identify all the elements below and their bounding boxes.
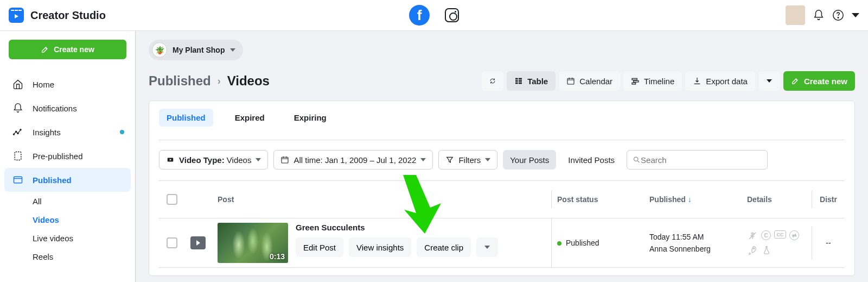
row-checkbox[interactable] <box>167 237 177 248</box>
sidebar-item-prepublished[interactable]: Pre-published <box>4 144 131 168</box>
refresh-icon <box>489 76 496 86</box>
create-clip-button[interactable]: Create clip <box>417 237 471 257</box>
status-dot-icon <box>557 241 561 246</box>
select-all-checkbox[interactable] <box>167 194 177 205</box>
your-posts-chip[interactable]: Your Posts <box>503 150 556 170</box>
search-box[interactable] <box>627 150 768 170</box>
view-insights-button[interactable]: View insights <box>349 237 411 257</box>
published-cell: Today 11:55 AM Anna Sonnenberg <box>644 228 742 258</box>
sidebar: Create new Home Notifications Insights <box>0 31 136 282</box>
svg-rect-10 <box>515 80 518 82</box>
video-duration: 0:13 <box>270 252 285 261</box>
avatar[interactable] <box>786 5 805 25</box>
funnel-icon <box>445 155 454 164</box>
col-details[interactable]: Details <box>742 191 812 208</box>
col-post[interactable]: Post <box>212 191 552 208</box>
breadcrumb-current: Videos <box>227 73 270 89</box>
invited-posts-chip[interactable]: Invited Posts <box>561 150 621 170</box>
chevron-down-icon <box>420 158 426 161</box>
svg-rect-13 <box>519 83 522 84</box>
more-actions-button[interactable] <box>476 237 498 257</box>
view-table-button[interactable]: Table <box>507 71 556 91</box>
subnav-videos[interactable]: Videos <box>33 210 131 229</box>
page-name: My Plant Shop <box>173 46 225 54</box>
view-toolbar: Table Calendar Timeline Export data <box>482 71 855 91</box>
post-status-cell: Published <box>552 234 644 252</box>
video-type-filter[interactable]: Video Type: Videos <box>159 150 268 170</box>
new-indicator-dot <box>120 130 124 134</box>
published-subnav: All Videos Live videos Reels <box>4 192 131 266</box>
sidebar-item-notifications[interactable]: Notifications <box>4 96 131 120</box>
svg-rect-16 <box>634 80 639 82</box>
sidebar-item-label: Insights <box>33 128 61 137</box>
bell-icon <box>12 103 24 114</box>
tab-expiring[interactable]: Expiring <box>286 109 334 127</box>
page-avatar-icon: 🪴 <box>152 42 167 58</box>
table-row: 0:13 Green Succulents Edit Post View ins… <box>159 218 845 268</box>
table-icon <box>514 77 523 85</box>
col-published[interactable]: Published ↓ <box>644 191 742 208</box>
money-off-icon <box>747 230 758 241</box>
svg-rect-12 <box>515 83 518 84</box>
subnav-live-videos[interactable]: Live videos <box>33 229 131 247</box>
play-thumbnail-icon[interactable] <box>190 236 206 249</box>
sidebar-item-label: Notifications <box>33 104 77 113</box>
table-header: Post Post status Published ↓ Details Dis… <box>159 180 845 218</box>
filters-button[interactable]: Filters <box>438 150 497 170</box>
date-range-filter[interactable]: All time: Jan 1, 2009 – Jul 1, 2022 <box>273 150 433 170</box>
tab-expired[interactable]: Expired <box>227 109 272 127</box>
create-new-button[interactable]: Create new <box>9 40 126 59</box>
svg-rect-7 <box>14 177 22 183</box>
subnav-reels[interactable]: Reels <box>33 247 131 266</box>
breadcrumb: Published › Videos <box>149 73 270 89</box>
filters-row: Video Type: Videos All time: Jan 1, 2009… <box>159 140 845 170</box>
svg-point-21 <box>634 157 638 161</box>
sidebar-item-insights[interactable]: Insights <box>4 120 131 144</box>
tab-published[interactable]: Published <box>159 109 213 127</box>
bell-icon[interactable] <box>813 9 825 21</box>
create-new-label: Create new <box>54 45 94 54</box>
platform-switcher: f <box>409 5 459 26</box>
breadcrumb-parent[interactable]: Published <box>149 73 211 89</box>
col-distr[interactable]: Distr <box>812 191 845 208</box>
post-actions: Edit Post View insights Create clip <box>296 237 498 257</box>
video-icon <box>166 156 175 164</box>
app-title: Creator Studio <box>30 9 106 22</box>
chevron-down-icon <box>256 158 261 161</box>
instagram-icon[interactable] <box>445 8 459 22</box>
subnav-all[interactable]: All <box>33 192 131 210</box>
video-thumbnail[interactable]: 0:13 <box>218 223 288 263</box>
page-selector[interactable]: 🪴 My Plant Shop <box>149 40 243 60</box>
content-card: Published Expired Expiring Video Type: V… <box>149 101 855 276</box>
edit-post-button[interactable]: Edit Post <box>296 237 343 257</box>
view-calendar-button[interactable]: Calendar <box>559 71 620 91</box>
svg-rect-8 <box>515 78 518 80</box>
post-cell: 0:13 Green Succulents Edit Post View ins… <box>218 223 546 263</box>
details-cell: C CC ⇄ <box>742 226 812 260</box>
distribution-cell: -- <box>812 234 845 252</box>
view-timeline-button[interactable]: Timeline <box>623 71 682 91</box>
sort-arrow-icon: ↓ <box>688 195 692 204</box>
create-new-toolbar-button[interactable]: Create new <box>783 71 855 91</box>
creator-studio-logo-icon <box>9 8 24 23</box>
refresh-button[interactable] <box>482 71 503 91</box>
post-title[interactable]: Green Succulents <box>296 223 498 232</box>
sidebar-item-label: Pre-published <box>33 152 83 161</box>
search-input[interactable] <box>641 155 762 165</box>
svg-rect-17 <box>632 83 636 84</box>
toolbar-caret-button[interactable] <box>758 71 780 91</box>
chevron-down-icon <box>484 246 490 249</box>
facebook-icon[interactable]: f <box>409 5 430 26</box>
col-status[interactable]: Post status <box>552 191 644 208</box>
account-caret-icon[interactable] <box>852 13 859 17</box>
svg-rect-15 <box>632 78 637 80</box>
flask-icon <box>761 245 772 255</box>
timeline-icon <box>631 77 640 85</box>
calendar-icon <box>566 77 575 85</box>
sidebar-item-home[interactable]: Home <box>4 72 131 96</box>
svg-rect-14 <box>567 78 574 84</box>
help-icon[interactable] <box>832 9 844 21</box>
svg-point-23 <box>754 248 755 249</box>
sidebar-item-published[interactable]: Published <box>4 168 131 192</box>
export-data-button[interactable]: Export data <box>685 71 755 91</box>
